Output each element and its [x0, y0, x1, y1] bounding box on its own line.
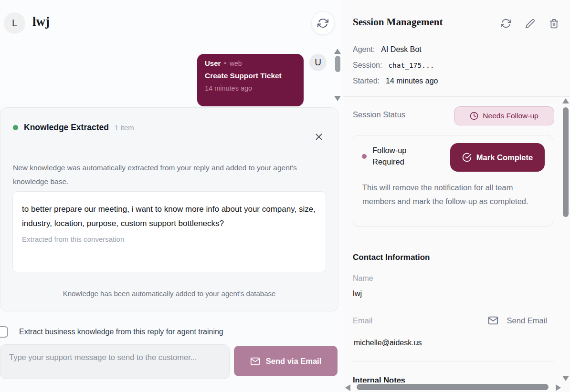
scroll-down-arrow[interactable]	[334, 96, 341, 101]
scrollbar-thumb[interactable]	[563, 107, 569, 217]
divider	[353, 361, 554, 361]
knowledge-item-count: 1 item	[115, 124, 134, 132]
chat-message-list: User • web Create Support Ticket 14 minu…	[0, 47, 343, 103]
needs-follow-up-label: Needs Follow-up	[483, 112, 538, 120]
chat-scrollbar[interactable]	[334, 49, 341, 101]
send-via-email-label: Send via Email	[266, 357, 321, 366]
refresh-icon	[317, 18, 328, 29]
envelope-icon	[250, 356, 260, 366]
send-email-button[interactable]: Send Email	[488, 315, 547, 326]
edit-session-button[interactable]	[524, 18, 536, 29]
scrollbar-thumb[interactable]	[335, 56, 340, 72]
follow-up-required-label: Follow-up Required	[372, 145, 425, 168]
started-label: Started:	[353, 77, 380, 85]
customer-avatar: L	[4, 12, 25, 34]
envelope-icon	[488, 315, 498, 326]
session-id-label: Session:	[353, 61, 382, 70]
contact-email-label: Email	[353, 316, 372, 325]
scroll-up-arrow[interactable]	[562, 98, 569, 103]
session-status-label: Session Status	[353, 110, 405, 119]
contact-information-title: Contact Information	[353, 253, 430, 262]
check-circle-icon	[462, 153, 472, 162]
session-id-row: Session: chat_175...	[353, 61, 434, 70]
follow-up-dot	[362, 154, 367, 159]
needs-follow-up-badge[interactable]: Needs Follow-up	[454, 106, 554, 125]
session-management-panel: Session Management Agent: AI Desk Bot	[343, 0, 570, 392]
scroll-down-arrow[interactable]	[562, 376, 569, 381]
green-status-dot	[13, 125, 18, 130]
session-refresh-button[interactable]	[500, 18, 512, 29]
delete-session-button[interactable]	[548, 18, 559, 29]
session-panel-title: Session Management	[353, 16, 443, 28]
knowledge-panel-footer: Knowledge has been automatically added t…	[0, 289, 338, 298]
contact-name-value: lwj	[353, 289, 362, 298]
knowledge-item-text: to better prepare our meeting, i want to…	[22, 202, 317, 231]
x-icon	[314, 132, 324, 142]
user-avatar: U	[309, 54, 327, 71]
send-email-label: Send Email	[507, 316, 547, 325]
chat-refresh-button[interactable]	[311, 11, 335, 35]
clock-icon	[470, 112, 478, 120]
trash-icon	[549, 19, 559, 29]
pencil-icon	[525, 19, 535, 29]
support-app: L lwj User • web Create Support Ticket 1…	[0, 0, 570, 392]
message-text: Create Support Ticket	[205, 72, 296, 80]
extract-knowledge-label: Extract business knowledge from this rep…	[19, 328, 223, 336]
knowledge-panel-title: Knowledge Extracted	[24, 123, 109, 133]
send-via-email-button[interactable]: Send via Email	[234, 346, 338, 376]
message-channel: web	[230, 60, 242, 67]
knowledge-item-source: Extracted from this conversation	[22, 235, 316, 243]
chat-header: L lwj	[0, 0, 343, 46]
session-panel-actions	[500, 18, 559, 29]
knowledge-panel-description: New knowledge was automatically extracte…	[13, 161, 321, 188]
knowledge-extracted-panel: Knowledge Extracted 1 item New knowledge…	[0, 107, 338, 311]
panel-horizontal-scrollbar[interactable]	[343, 382, 570, 392]
agent-label: Agent:	[353, 45, 375, 54]
agent-row: Agent: AI Desk Bot	[353, 45, 422, 54]
agent-value: AI Desk Bot	[381, 45, 421, 54]
message-timestamp: 14 minutes ago	[205, 84, 296, 92]
refresh-icon	[501, 18, 511, 29]
mark-complete-button[interactable]: Mark Complete	[450, 143, 545, 172]
mark-complete-label: Mark Complete	[476, 153, 533, 162]
customer-name-title: lwj	[32, 14, 50, 29]
extract-knowledge-option: Extract business knowledge from this rep…	[0, 326, 223, 338]
knowledge-item-card: to better prepare our meeting, i want to…	[12, 191, 326, 272]
divider	[353, 241, 554, 241]
scroll-up-arrow[interactable]	[334, 49, 341, 54]
started-row: Started: 14 minutes ago	[353, 77, 438, 85]
contact-email-value: michelle@aidesk.us	[354, 339, 422, 347]
support-message-input[interactable]	[0, 344, 230, 379]
started-value: 14 minutes ago	[386, 77, 438, 85]
panel-vertical-scrollbar[interactable]	[562, 97, 570, 381]
follow-up-description: This will remove the notification for al…	[362, 181, 543, 208]
follow-up-status: Follow-up Required	[362, 145, 425, 168]
close-button[interactable]	[313, 131, 325, 143]
meta-separator: •	[224, 60, 226, 67]
message-sender: User	[205, 59, 221, 67]
contact-name-label: Name	[353, 274, 373, 283]
message-meta: User • web	[205, 59, 296, 67]
internal-notes-heading: Internal Notes	[353, 376, 405, 383]
scrollbar-thumb[interactable]	[357, 384, 549, 390]
knowledge-panel-header: Knowledge Extracted 1 item	[13, 123, 134, 133]
follow-up-card: Follow-up Required Mark Complete This wi…	[353, 135, 553, 227]
user-message-bubble: User • web Create Support Ticket 14 minu…	[197, 54, 304, 106]
scroll-left-arrow[interactable]	[345, 384, 350, 391]
divider	[12, 282, 326, 282]
divider	[343, 96, 570, 97]
extract-knowledge-checkbox[interactable]	[0, 326, 8, 338]
chat-pane: L lwj User • web Create Support Ticket 1…	[0, 0, 343, 392]
session-id-value: chat_175...	[388, 62, 434, 69]
scroll-right-arrow[interactable]	[556, 384, 561, 391]
